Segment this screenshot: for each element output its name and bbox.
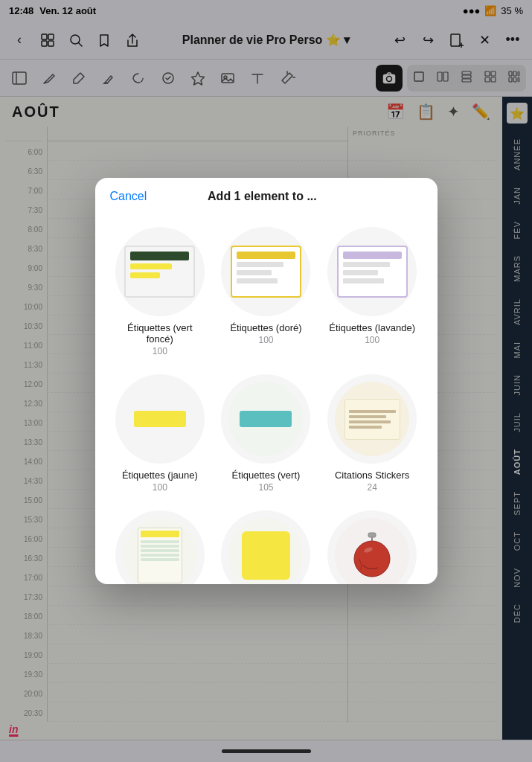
sticker-picker-modal: Cancel Add 1 element to ... Étiquettes (… [95, 178, 438, 584]
cancel-button[interactable]: Cancel [110, 190, 147, 203]
sticker-count-1: 100 [258, 335, 273, 345]
sticker-item-vert-fonce[interactable]: Étiquettes (vert foncé) 100 [107, 218, 214, 365]
sticker-item-widget[interactable]: Widget Stickers 63 [213, 502, 319, 584]
sticker-item-dore[interactable]: Étiquettes (doré) 100 [213, 218, 319, 365]
sticker-preview-noel [327, 510, 417, 584]
sticker-item-notepad[interactable]: Notepad Stickers 18 [107, 502, 214, 584]
sticker-item-noel[interactable]: GoodNotes Noël 43 [319, 502, 426, 584]
sticker-preview-widget [221, 510, 310, 584]
modal-header: Cancel Add 1 element to ... [95, 178, 438, 212]
sticker-name-0: Étiquettes (vert foncé) [113, 322, 208, 345]
sticker-name-4: Étiquettes (vert) [232, 470, 301, 481]
sticker-grid: Étiquettes (vert foncé) 100 Étiquettes (… [95, 212, 438, 584]
sticker-count-4: 105 [258, 482, 273, 493]
sticker-item-vert[interactable]: Étiquettes (vert) 105 [213, 365, 319, 502]
sticker-count-3: 100 [153, 482, 167, 493]
sticker-count-0: 100 [153, 346, 167, 356]
sticker-item-citations[interactable]: Citations Stickers 24 [319, 365, 426, 502]
sticker-preview-notepad [115, 510, 205, 584]
modal-overlay: Cancel Add 1 element to ... Étiquettes (… [0, 0, 532, 762]
modal-title: Add 1 element to ... [147, 190, 377, 203]
sticker-item-jaune[interactable]: Étiquettes (jaune) 100 [107, 365, 214, 502]
sticker-name-3: Étiquettes (jaune) [122, 470, 198, 481]
sticker-preview-vert-fonce [115, 227, 205, 316]
sticker-count-2: 100 [365, 335, 379, 345]
sticker-item-lavande[interactable]: Étiquettes (lavande) 100 [319, 218, 426, 365]
sticker-count-5: 24 [367, 482, 376, 493]
sticker-preview-vert [221, 374, 310, 464]
sticker-preview-citations [327, 374, 417, 464]
sticker-name-1: Étiquettes (doré) [230, 322, 301, 333]
sticker-preview-dore [221, 227, 310, 316]
sticker-name-2: Étiquettes (lavande) [329, 322, 415, 333]
sticker-name-5: Citations Stickers [335, 470, 409, 481]
svg-rect-36 [368, 533, 376, 537]
sticker-preview-jaune [115, 374, 205, 464]
sticker-preview-lavande [327, 227, 417, 316]
